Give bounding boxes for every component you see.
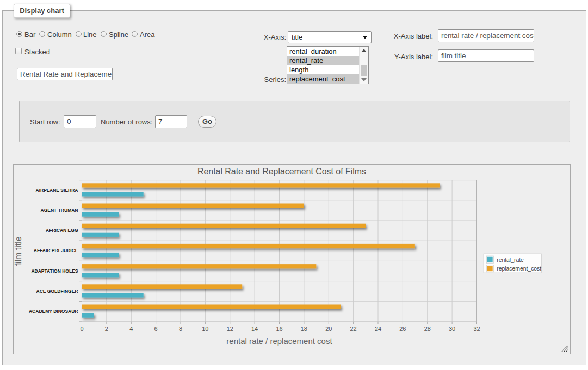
svg-text:0: 0 xyxy=(80,325,83,332)
svg-text:10: 10 xyxy=(202,325,208,332)
svg-text:30: 30 xyxy=(449,325,455,332)
svg-text:12: 12 xyxy=(227,325,233,332)
svg-text:26: 26 xyxy=(399,325,406,332)
svg-text:AFRICAN EGG: AFRICAN EGG xyxy=(46,228,78,233)
svg-text:AIRPLANE SIERRA: AIRPLANE SIERRA xyxy=(36,187,78,193)
svg-text:28: 28 xyxy=(424,325,431,332)
svg-text:4: 4 xyxy=(129,325,133,332)
svg-text:22: 22 xyxy=(350,325,356,332)
svg-text:24: 24 xyxy=(375,325,381,332)
svg-text:AFFAIR PREJUDICE: AFFAIR PREJUDICE xyxy=(34,248,78,253)
svg-text:2: 2 xyxy=(105,325,108,332)
svg-text:6: 6 xyxy=(154,325,158,332)
svg-text:32: 32 xyxy=(473,325,480,332)
svg-text:rental_rate: rental_rate xyxy=(497,257,524,263)
svg-text:14: 14 xyxy=(251,325,258,332)
svg-text:ACE GOLDFINGER: ACE GOLDFINGER xyxy=(36,289,78,294)
svg-text:replacement_cost: replacement_cost xyxy=(497,266,541,272)
svg-text:20: 20 xyxy=(325,325,332,332)
svg-text:Rental Rate and Replacement Co: Rental Rate and Replacement Cost of Film… xyxy=(197,167,366,176)
svg-text:18: 18 xyxy=(301,325,307,332)
svg-text:8: 8 xyxy=(179,325,182,332)
svg-text:rental rate / replacement cost: rental rate / replacement cost xyxy=(226,336,332,346)
svg-text:AGENT TRUMAN: AGENT TRUMAN xyxy=(41,208,78,213)
svg-text:ADAPTATION HOLES: ADAPTATION HOLES xyxy=(31,268,78,274)
svg-text:ACADEMY DINOSAUR: ACADEMY DINOSAUR xyxy=(29,309,78,314)
svg-text:film title: film title xyxy=(14,236,23,266)
svg-text:16: 16 xyxy=(276,325,282,332)
